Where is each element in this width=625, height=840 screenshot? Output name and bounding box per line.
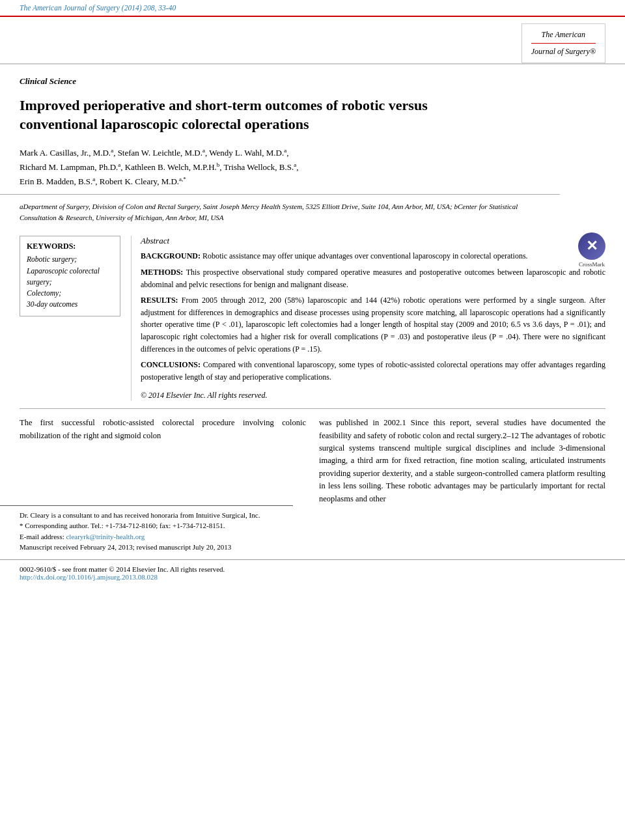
article-title: Improved perioperative and short-term ou… [0, 89, 456, 141]
doi-anchor[interactable]: http://dx.doi.org/10.1016/j.amjsurg.2013… [20, 573, 158, 581]
copyright-notice: © 2014 Elsevier Inc. All rights reserved… [141, 387, 605, 400]
issn-notice: 0002-9610/$ - see front matter © 2014 El… [20, 565, 605, 573]
body-columns: The first successful robotic-assisted co… [0, 417, 625, 505]
keywords-sidebar: KEYWORDS: Robotic surgery; Laparoscopic … [20, 236, 120, 316]
top-bar: The American Journal of Surgery (2014) 2… [0, 0, 625, 17]
journal-logo: The American Journal of Surgery® [521, 23, 605, 63]
footnote-1: Dr. Cleary is a consultant to and has re… [20, 510, 273, 521]
abstract-methods: METHODS: This prospective observational … [141, 266, 605, 290]
authors: Mark A. Casillas, Jr., M.D.a, Stefan W. … [0, 141, 469, 194]
footnote-3: Manuscript received February 24, 2013; r… [20, 542, 273, 553]
keyword-4: 30-day outcomes [27, 299, 113, 310]
keyword-2: Laparoscopic colorectal surgery; [27, 266, 113, 288]
keyword-3: Colectomy; [27, 288, 113, 299]
footnote-2: * Corresponding author. Tel.: +1-734-712… [20, 520, 273, 531]
logo-line2: Journal of Surgery® [531, 46, 596, 57]
email-link[interactable]: clearyrk@trinity-health.org [66, 533, 145, 540]
main-content: KEYWORDS: Robotic surgery; Laparoscopic … [0, 229, 625, 400]
abstract-results: RESULTS: From 2005 through 2012, 200 (58… [141, 294, 605, 355]
title-block: Improved perioperative and short-term ou… [0, 89, 625, 141]
footnote-email: E-mail address: clearyrk@trinity-health.… [20, 531, 273, 542]
keyword-1: Robotic surgery; [27, 254, 113, 265]
affiliation: aDepartment of Surgery, Division of Colo… [0, 194, 560, 229]
abstract-background: BACKGROUND: Robotic assistance may offer… [141, 250, 605, 262]
footnotes: Dr. Cleary is a consultant to and has re… [0, 505, 293, 553]
crossmark-label: CrossMark [578, 261, 605, 268]
body-column-left: The first successful robotic-assisted co… [20, 417, 306, 505]
body-column-right: was published in 2002.1 Since this repor… [319, 417, 605, 505]
section-divider [20, 408, 605, 409]
bottom-bar: 0002-9610/$ - see front matter © 2014 El… [0, 559, 625, 586]
abstract-title: Abstract [141, 236, 605, 246]
header-area: The American Journal of Surgery® [0, 17, 625, 63]
section-label: Clinical Science [0, 63, 625, 89]
crossmark-icon: ✕ [578, 232, 605, 260]
crossmark-badge: ✕ CrossMark [578, 232, 605, 268]
abstract-area: Abstract BACKGROUND: Robotic assistance … [131, 236, 605, 400]
doi-link[interactable]: http://dx.doi.org/10.1016/j.amjsurg.2013… [20, 573, 605, 581]
journal-reference: The American Journal of Surgery (2014) 2… [20, 4, 176, 12]
body-text-left: The first successful robotic-assisted co… [20, 417, 306, 442]
logo-line1: The American [531, 29, 596, 40]
keywords-title: KEYWORDS: [27, 242, 113, 251]
body-text-right: was published in 2002.1 Since this repor… [319, 417, 605, 505]
abstract-conclusions: CONCLUSIONS: Compared with conventional … [141, 359, 605, 383]
